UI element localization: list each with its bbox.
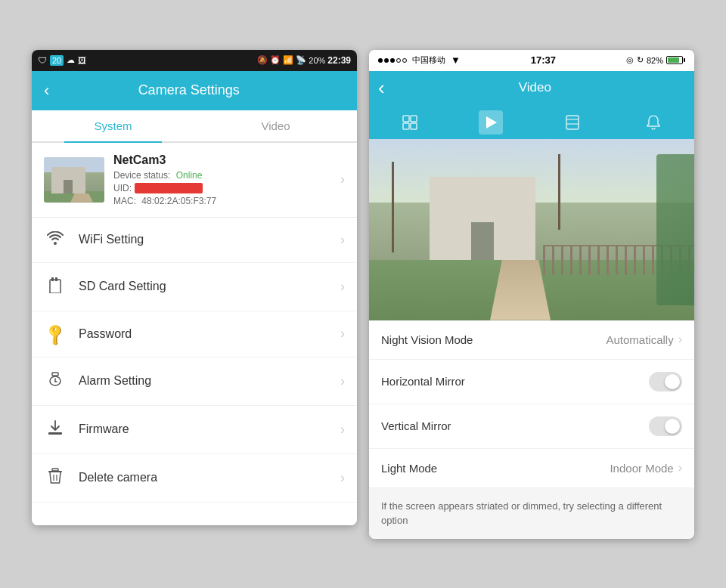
menu-label-password: Password (79, 327, 340, 341)
battery-percent: 20% (309, 56, 325, 65)
vertical-mirror-label: Vertical Mirror (381, 419, 649, 432)
menu-label-firmware: Firmware (79, 422, 340, 436)
menu-item-password[interactable]: 🔑 Password › (32, 311, 357, 357)
signal-icon: 📡 (296, 55, 306, 65)
night-vision-chevron-icon: › (678, 333, 682, 346)
uid-redacted (135, 183, 203, 193)
menu-item-alarm[interactable]: Alarm Setting › (32, 357, 357, 406)
ios-back-button[interactable]: ‹ (378, 78, 385, 97)
rotation-icon: ↻ (637, 55, 644, 65)
dot3 (390, 58, 395, 63)
firmware-chevron-icon: › (340, 422, 345, 438)
shield-icon: 🛡 (38, 55, 47, 66)
svg-rect-9 (52, 469, 58, 471)
device-info: NetCam3 Device status: Online UID: MAC: … (104, 153, 340, 206)
delete-chevron-icon: › (340, 470, 345, 486)
dot1 (378, 58, 383, 63)
light-mode-value: Indoor Mode (610, 462, 673, 475)
svg-rect-7 (48, 432, 62, 435)
menu-item-firmware[interactable]: Firmware › (32, 406, 357, 454)
menu-item-wifi[interactable]: WiFi Setting › (32, 218, 357, 263)
settings-item-horizontal-mirror: Horizontal Mirror (369, 360, 694, 404)
device-row[interactable]: NetCam3 Device status: Online UID: MAC: … (32, 143, 357, 218)
night-vision-value: Automatically (606, 333, 673, 346)
signal-dots (378, 58, 407, 63)
sdcard-icon (44, 277, 67, 297)
android-status-bar: 🛡 20 ☁ 🖼 🔕 ⏰ 📶 📡 20% 22:39 (32, 50, 357, 71)
menu-item-sdcard[interactable]: SD Card Setting › (32, 263, 357, 311)
ios-tab-video[interactable] (479, 110, 503, 135)
settings-item-light-mode[interactable]: Light Mode Indoor Mode › (369, 449, 694, 488)
settings-item-vertical-mirror: Vertical Mirror (369, 404, 694, 449)
battery-icon (666, 56, 685, 64)
carrier-name: 中国移动 (412, 54, 445, 66)
menu-label-delete: Delete camera (79, 471, 340, 484)
ios-status-bar: 中国移动 ▼ 17:37 ◎ ↻ 82% (369, 50, 694, 71)
ios-tab-bell[interactable] (641, 110, 666, 135)
cloud-icon: ☁ (67, 55, 75, 65)
device-status: Device status: Online (113, 170, 331, 181)
dot2 (384, 58, 389, 63)
back-button[interactable]: ‹ (44, 81, 49, 101)
trash-icon (44, 468, 67, 488)
tree-left (392, 162, 394, 252)
svg-rect-4 (52, 373, 58, 376)
tab-video[interactable]: Video (194, 110, 357, 141)
sdcard-chevron-icon: › (340, 279, 345, 295)
page-title: Camera Settings (55, 82, 322, 98)
device-thumbnail (44, 157, 104, 203)
notification-icon: 20 (50, 55, 64, 66)
tree-right (558, 154, 560, 230)
camera-feed (369, 139, 694, 320)
clock: 22:39 (327, 55, 351, 66)
wifi-status-icon: ▼ (451, 54, 461, 66)
building (430, 177, 535, 260)
ios-tabs-row (369, 104, 694, 139)
ios-tab-home[interactable] (398, 110, 422, 135)
light-mode-label: Light Mode (381, 462, 610, 475)
camera-image (369, 139, 694, 320)
key-icon: 🔑 (41, 319, 70, 348)
ios-clock: 17:37 (531, 54, 556, 66)
left-phone: 🛡 20 ☁ 🖼 🔕 ⏰ 📶 📡 20% 22:39 ‹ Camera Sett… (32, 50, 357, 525)
android-header: ‹ Camera Settings (32, 71, 357, 110)
device-name: NetCam3 (113, 153, 331, 167)
location-icon: ◎ (626, 55, 634, 65)
light-mode-chevron-icon: › (678, 461, 682, 475)
svg-rect-1 (51, 277, 54, 281)
settings-item-night-vision[interactable]: Night Vision Mode Automatically › (369, 320, 694, 360)
image-icon: 🖼 (78, 56, 86, 65)
night-vision-label: Night Vision Mode (381, 333, 606, 346)
svg-rect-0 (50, 280, 60, 293)
alarm-chevron-icon: › (340, 373, 345, 389)
vertical-mirror-toggle[interactable] (649, 416, 682, 436)
alarm-icon (44, 371, 67, 391)
wifi-chevron-icon: › (340, 232, 345, 248)
alarm-clock-icon: ⏰ (270, 55, 281, 65)
menu-item-delete[interactable]: Delete camera › (32, 454, 357, 503)
svg-marker-16 (486, 116, 497, 128)
svg-rect-13 (411, 116, 417, 122)
right-phone: 中国移动 ▼ 17:37 ◎ ↻ 82% ‹ Video (369, 50, 694, 539)
svg-rect-17 (566, 116, 579, 129)
svg-rect-14 (403, 123, 409, 129)
info-box: If the screen appears striated or dimmed… (369, 488, 694, 539)
info-text: If the screen appears striated or dimmed… (381, 500, 662, 527)
tab-system[interactable]: System (32, 110, 194, 141)
dot5 (402, 58, 407, 63)
menu-label-alarm: Alarm Setting (79, 374, 340, 388)
mute-icon: 🔕 (257, 55, 268, 65)
ios-tab-storage[interactable] (560, 110, 585, 135)
status-bar-left: 🛡 20 ☁ 🖼 (38, 55, 86, 66)
ios-status-left: 中国移动 ▼ (378, 54, 461, 66)
bottom-spacer (32, 503, 357, 525)
device-uid-row: UID: (113, 183, 331, 193)
settings-list: Night Vision Mode Automatically › Horizo… (369, 320, 694, 488)
status-bar-right: 🔕 ⏰ 📶 📡 20% 22:39 (257, 55, 351, 66)
horizontal-mirror-label: Horizontal Mirror (381, 375, 649, 388)
svg-rect-15 (411, 123, 417, 129)
device-mac: MAC: 48:02:2A:05:F3:77 (113, 196, 331, 206)
ios-header: ‹ Video (369, 71, 694, 104)
ios-battery-pct: 82% (647, 56, 663, 65)
horizontal-mirror-toggle[interactable] (649, 372, 682, 391)
